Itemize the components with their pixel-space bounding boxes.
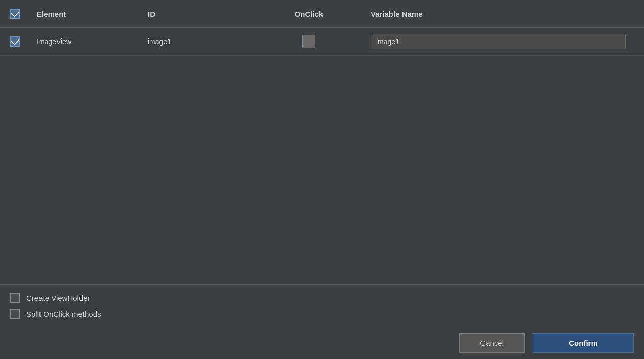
table-row: ImageView image1 <box>0 28 644 56</box>
row-checkbox-cell <box>0 32 30 51</box>
create-viewholder-label: Create ViewHolder <box>26 294 90 302</box>
header-checkbox-cell <box>0 5 30 23</box>
split-onclick-label: Split OnClick methods <box>26 310 101 318</box>
header-variable-name: Variable Name <box>365 6 644 22</box>
row-checkbox[interactable] <box>10 36 20 47</box>
id-column-label: ID <box>148 10 155 18</box>
split-onclick-checkbox[interactable] <box>10 309 20 319</box>
row-element-value: ImageView <box>36 37 71 46</box>
bottom-options: Create ViewHolder Split OnClick methods <box>0 285 644 327</box>
row-id-cell: image1 <box>142 33 253 50</box>
row-variable-cell <box>365 30 644 53</box>
onclick-button[interactable] <box>302 35 315 48</box>
header-id: ID <box>142 6 253 22</box>
split-onclick-row[interactable]: Split OnClick methods <box>10 309 634 319</box>
create-viewholder-row[interactable]: Create ViewHolder <box>10 293 634 303</box>
table-header: Element ID OnClick Variable Name <box>0 0 644 28</box>
row-checkbox-container <box>6 36 24 47</box>
row-id-value: image1 <box>148 37 171 46</box>
header-onclick: OnClick <box>253 6 365 22</box>
header-element: Element <box>30 6 142 22</box>
table-container: Element ID OnClick Variable Name <box>0 0 644 285</box>
footer: Cancel Confirm <box>0 327 644 359</box>
row-onclick-cell <box>253 31 365 52</box>
row-element-cell: ImageView <box>30 33 142 50</box>
header-select-all-checkbox[interactable] <box>10 9 20 19</box>
variable-name-input[interactable] <box>371 34 626 49</box>
variable-name-column-label: Variable Name <box>371 10 423 18</box>
empty-table-area <box>0 56 644 208</box>
onclick-column-label: OnClick <box>295 10 324 18</box>
main-content: Element ID OnClick Variable Name <box>0 0 644 359</box>
confirm-button[interactable]: Confirm <box>533 333 634 353</box>
table-body: ImageView image1 <box>0 28 644 56</box>
cancel-button[interactable]: Cancel <box>459 333 525 353</box>
element-column-label: Element <box>36 10 66 18</box>
create-viewholder-checkbox[interactable] <box>10 293 20 303</box>
